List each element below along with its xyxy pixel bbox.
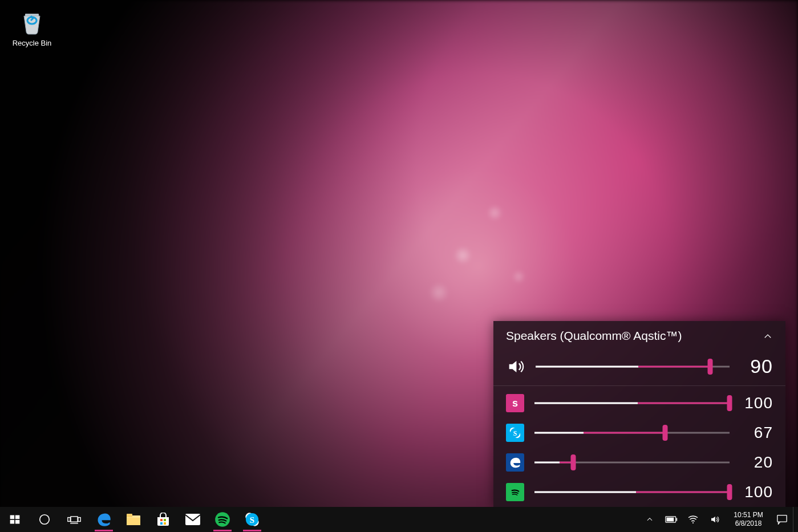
taskbar-app-mail[interactable] <box>178 507 208 532</box>
svg-rect-20 <box>160 522 163 525</box>
desktop-icon-recycle-bin[interactable]: Recycle Bin <box>7 7 57 47</box>
app-running-indicator <box>95 530 113 531</box>
spotify-icon[interactable] <box>506 483 524 501</box>
systray-battery-icon[interactable] <box>661 507 682 532</box>
collapse-chevron-icon[interactable] <box>760 329 775 346</box>
clock-date: 6/8/2018 <box>735 519 762 528</box>
systemsounds-icon[interactable]: s <box>506 394 524 412</box>
svg-rect-18 <box>160 519 163 521</box>
svg-rect-21 <box>164 522 166 525</box>
skype-icon[interactable]: S <box>506 424 524 442</box>
svg-rect-6 <box>10 515 15 519</box>
svg-text:S: S <box>513 429 517 437</box>
edge-icon[interactable] <box>506 453 524 472</box>
svg-rect-29 <box>676 518 677 521</box>
volume-app-slider-edge[interactable] <box>534 460 730 465</box>
svg-rect-30 <box>667 518 674 522</box>
volume-app-row-edge: 20 <box>493 448 785 477</box>
speaker-icon[interactable] <box>506 357 525 376</box>
systray-overflow-button[interactable] <box>639 507 661 532</box>
volume-app-row-systemsounds: s 100 <box>493 388 785 418</box>
volume-flyout: Speakers (Qualcomm® Aqstic™) 90 s 100 S … <box>493 321 785 507</box>
volume-app-value: 100 <box>740 394 773 412</box>
app-running-indicator <box>213 530 232 531</box>
start-button[interactable] <box>0 507 30 532</box>
recycle-bin-icon <box>17 7 47 36</box>
systray-wifi-icon[interactable] <box>682 507 704 532</box>
taskview-button[interactable] <box>59 507 89 532</box>
svg-text:S: S <box>250 515 254 525</box>
volume-app-slider-skype[interactable] <box>534 431 730 435</box>
svg-rect-11 <box>71 517 78 522</box>
volume-flyout-header: Speakers (Qualcomm® Aqstic™) <box>493 321 785 350</box>
taskbar-app-store[interactable] <box>148 507 178 532</box>
taskbar: S 10:51 PM 6/8/2018 <box>0 507 798 532</box>
volume-app-slider-spotify[interactable] <box>534 490 730 494</box>
volume-app-value: 20 <box>740 453 773 472</box>
svg-rect-17 <box>127 518 140 525</box>
desktop-icon-label: Recycle Bin <box>7 39 57 47</box>
svg-rect-8 <box>10 520 15 524</box>
svg-point-10 <box>40 515 50 525</box>
app-running-indicator <box>243 530 261 531</box>
taskbar-app-spotify[interactable] <box>208 507 237 532</box>
svg-rect-32 <box>777 515 787 522</box>
volume-app-slider-systemsounds[interactable] <box>534 401 730 405</box>
volume-app-value: 100 <box>740 483 773 501</box>
show-desktop-button[interactable] <box>793 507 798 532</box>
volume-app-value: 67 <box>740 424 773 442</box>
svg-rect-16 <box>127 514 132 517</box>
svg-rect-12 <box>68 518 70 522</box>
volume-master-value: 90 <box>740 355 773 377</box>
volume-master-slider[interactable] <box>536 364 730 369</box>
volume-separator <box>493 385 785 386</box>
audio-device-label[interactable]: Speakers (Qualcomm® Aqstic™) <box>506 329 682 343</box>
cortana-button[interactable] <box>30 507 59 532</box>
action-center-button[interactable] <box>771 507 793 532</box>
svg-rect-22 <box>185 514 200 525</box>
taskbar-app-fileexplorer[interactable] <box>119 507 148 532</box>
svg-rect-19 <box>164 519 166 521</box>
svg-rect-7 <box>15 515 20 519</box>
clock-time: 10:51 PM <box>734 511 763 519</box>
volume-master-row: 90 <box>493 350 785 383</box>
taskbar-app-edge[interactable] <box>89 507 119 532</box>
svg-point-31 <box>692 522 694 523</box>
volume-app-row-spotify: 100 <box>493 477 785 507</box>
systray-volume-icon[interactable] <box>704 507 726 532</box>
svg-rect-13 <box>78 518 80 522</box>
taskbar-clock[interactable]: 10:51 PM 6/8/2018 <box>726 507 771 532</box>
volume-app-row-skype: S 67 <box>493 418 785 448</box>
taskbar-app-skype[interactable]: S <box>237 507 267 532</box>
svg-rect-9 <box>15 520 20 524</box>
